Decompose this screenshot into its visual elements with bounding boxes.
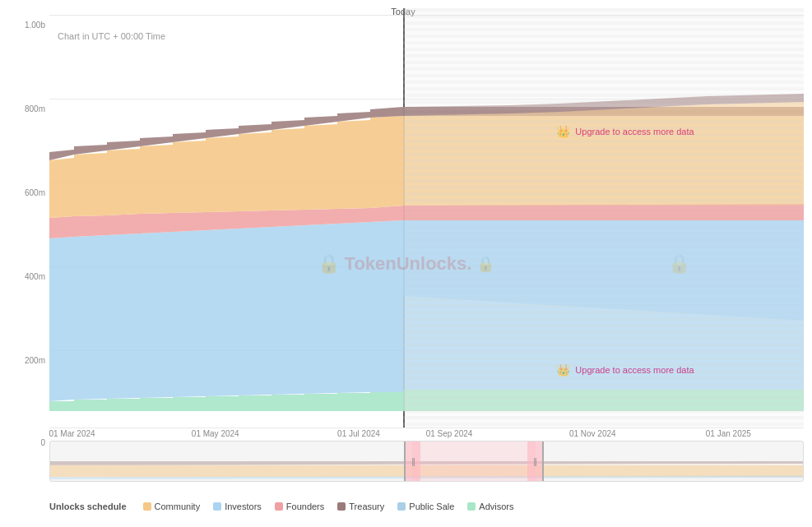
upgrade-box-1: 👑 Upgrade to access more data [543,115,708,148]
legend-title: Unlocks schedule [49,502,127,511]
y-label-800m: 800m [25,104,45,113]
y-label-600m: 600m [25,188,45,197]
upgrade-text-2: Upgrade to access more data [575,365,694,375]
legend-item-investors: Investors [213,502,262,511]
upgrade-text-1: Upgrade to access more data [575,127,694,136]
legend: Unlocks schedule Community Investors Fou… [49,494,804,519]
legend-dot-public-sale [397,502,406,511]
y-label-0: 0 [40,438,45,447]
x-label-mar: 01 Mar 2024 [49,429,95,438]
legend-item-treasury: Treasury [337,502,384,511]
x-label-may: 01 May 2024 [192,429,239,438]
legend-dot-founders [275,502,283,511]
handle-bar-right: || [533,457,536,466]
legend-dot-treasury [337,502,346,511]
legend-label-treasury: Treasury [349,502,384,511]
navigator[interactable]: || || [49,441,804,482]
legend-item-advisors: Advisors [467,502,513,511]
navigator-handle-left[interactable]: || [404,441,420,481]
y-label-1b: 1.00b [25,21,45,30]
navigator-handle-right[interactable]: || [527,441,544,481]
legend-label-advisors: Advisors [479,502,513,511]
grid-line-0 [49,428,804,428]
crown-icon-2: 👑 [556,363,570,377]
handle-bar-left: || [411,457,414,466]
y-label-200m: 200m [25,356,45,365]
legend-label-investors: Investors [225,502,262,511]
legend-dot-advisors [467,502,476,511]
y-axis: 1.00b 800m 600m 400m 200m 0 [4,8,49,428]
x-label-sep: 01 Sep 2024 [426,429,473,438]
legend-item-founders: Founders [275,502,324,511]
navigator-selection [412,441,536,481]
legend-label-community: Community [155,502,201,511]
x-label-nov: 01 Nov 2024 [569,429,616,438]
legend-label-founders: Founders [286,502,324,511]
crown-icon-1: 👑 [556,125,570,138]
legend-dot-investors [213,502,221,511]
x-label-jan: 01 Jan 2025 [706,429,751,438]
legend-label-public-sale: Public Sale [409,502,454,511]
legend-item-community: Community [143,502,201,511]
x-label-jul: 01 Jul 2024 [337,429,380,438]
legend-item-public-sale: Public Sale [397,502,454,511]
chart-container: 1.00b 800m 600m 400m 200m 0 Chart in UTC… [0,0,812,527]
upgrade-box-2: 👑 Upgrade to access more data [543,354,708,386]
legend-dot-community [143,502,151,511]
y-label-400m: 400m [25,272,45,281]
